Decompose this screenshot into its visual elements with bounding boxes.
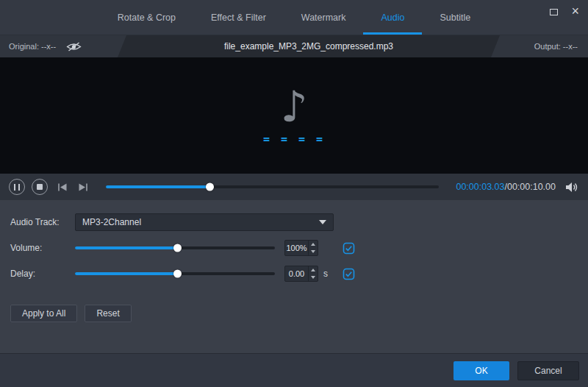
output-info: Output: --x-- — [500, 35, 588, 57]
audio-track-selected: MP3-2Channel — [82, 217, 319, 227]
audio-settings-panel: Audio Track: MP3-2Channel Volume: — [0, 200, 588, 353]
delay-numbox — [284, 266, 318, 282]
volume-spin-down[interactable] — [309, 248, 318, 255]
reset-button[interactable]: Reset — [85, 305, 131, 322]
next-button[interactable] — [77, 182, 89, 192]
seek-fill — [106, 185, 209, 188]
volume-input[interactable] — [285, 241, 308, 255]
audio-track-row: Audio Track: MP3-2Channel — [10, 212, 578, 232]
current-time: 00:00:03.03 — [456, 182, 504, 192]
delay-input[interactable] — [285, 266, 308, 281]
audio-track-dropdown[interactable]: MP3-2Channel — [75, 213, 334, 231]
pause-button[interactable] — [9, 179, 25, 195]
volume-numbox — [284, 240, 318, 256]
delay-spin-up[interactable] — [309, 266, 318, 274]
seek-slider[interactable] — [106, 185, 439, 188]
volume-track[interactable] — [75, 246, 275, 249]
total-time: /00:00:10.00 — [504, 182, 556, 192]
volume-spin-up[interactable] — [309, 241, 318, 248]
eye-off-icon[interactable] — [66, 41, 82, 52]
tab-subtitle[interactable]: Subtitle — [422, 0, 488, 35]
delay-track[interactable] — [75, 272, 275, 275]
original-info: Original: --x-- — [0, 35, 118, 57]
original-resolution-label: Original: --x-- — [9, 42, 56, 51]
playback-bar: 00:00:03.03/00:00:10.00 — [0, 174, 588, 200]
chevron-down-icon — [319, 220, 326, 224]
footer-bar: OK Cancel — [0, 353, 588, 387]
previous-button[interactable] — [57, 182, 68, 192]
tab-effect-filter[interactable]: Effect & Filter — [193, 0, 284, 35]
audio-editor-window: Rotate & Crop Effect & Filter Watermark … — [0, 0, 588, 387]
skip-back-icon — [57, 182, 68, 192]
info-bar: Original: --x-- file_example_MP3_2MG_com… — [0, 35, 588, 57]
window-controls: × — [550, 4, 579, 18]
delay-slider[interactable] — [75, 272, 275, 275]
volume-label: Volume: — [10, 243, 75, 253]
pause-icon — [14, 184, 20, 191]
tab-audio[interactable]: Audio — [363, 0, 422, 35]
filename: file_example_MP3_2MG_compressed.mp3 — [118, 35, 500, 57]
preview-area: ♪ = = = = — [0, 57, 588, 174]
seek-track[interactable] — [106, 185, 439, 188]
music-note-icon: ♪ — [280, 85, 307, 128]
volume-spinner — [308, 241, 318, 255]
tab-watermark[interactable]: Watermark — [284, 0, 364, 35]
delay-unit: s — [323, 269, 335, 279]
delay-spinner — [308, 266, 318, 281]
skip-forward-icon — [77, 182, 89, 192]
delay-fill — [75, 272, 177, 275]
volume-mute-button[interactable] — [565, 182, 579, 193]
output-resolution-label: Output: --x-- — [534, 42, 578, 51]
volume-slider[interactable] — [75, 246, 275, 249]
close-icon[interactable]: × — [571, 4, 579, 18]
stop-button[interactable] — [32, 179, 48, 195]
ok-button[interactable]: OK — [453, 361, 509, 380]
tab-rotate-crop[interactable]: Rotate & Crop — [100, 0, 193, 35]
stop-icon — [37, 184, 43, 190]
delay-apply-all-toggle[interactable] — [343, 268, 355, 280]
volume-apply-all-toggle[interactable] — [343, 242, 355, 255]
delay-label: Delay: — [10, 269, 75, 279]
volume-fill — [75, 246, 177, 249]
time-display: 00:00:03.03/00:00:10.00 — [456, 182, 556, 192]
panel-buttons: Apply to All Reset — [10, 305, 578, 322]
maximize-icon[interactable] — [550, 9, 558, 15]
audio-loading-dashes: = = = = — [263, 132, 325, 146]
tab-bar: Rotate & Crop Effect & Filter Watermark … — [0, 0, 588, 35]
checkmark-square-icon — [343, 268, 355, 280]
checkmark-square-icon — [343, 242, 355, 255]
volume-handle[interactable] — [173, 244, 182, 252]
apply-to-all-button[interactable]: Apply to All — [10, 305, 77, 322]
delay-handle[interactable] — [173, 270, 182, 278]
delay-spin-down[interactable] — [309, 274, 318, 281]
speaker-icon — [565, 182, 579, 193]
delay-row: Delay: s — [10, 263, 578, 284]
volume-row: Volume: — [10, 238, 578, 258]
cancel-button[interactable]: Cancel — [517, 361, 579, 380]
audio-track-label: Audio Track: — [10, 217, 75, 227]
seek-handle[interactable] — [206, 183, 214, 191]
